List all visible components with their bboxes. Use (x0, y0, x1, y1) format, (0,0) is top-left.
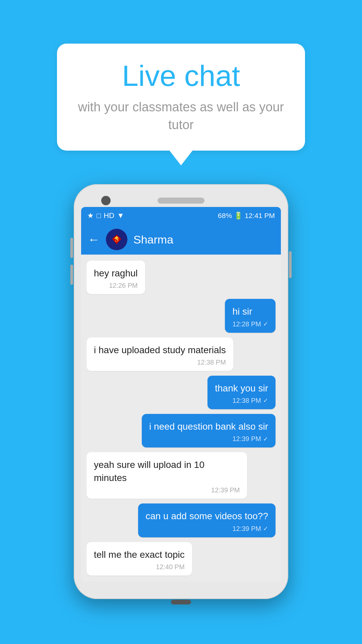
home-button[interactable] (171, 600, 191, 604)
message-text: thank you sir (215, 382, 268, 395)
message-time: 12:39 PM (94, 486, 240, 494)
speech-bubble: Live chat with your classmates as well a… (57, 44, 305, 151)
battery-icon: 🔋 (234, 212, 243, 220)
check-icon: ✓ (263, 397, 268, 404)
message-time: 12:28 PM ✓ (232, 320, 268, 328)
message-bubble: yeah sure will upload in 10 minutes 12:3… (86, 452, 247, 499)
bubble-title: Live chat (77, 60, 285, 92)
volume-down-button (70, 265, 73, 285)
svg-text:S: S (115, 235, 118, 243)
back-button[interactable]: ← (88, 232, 100, 247)
battery-percent: 68% (218, 212, 232, 220)
avatar: S (106, 229, 127, 250)
front-camera (101, 196, 111, 205)
message-bubble: thank you sir 12:38 PM ✓ (207, 376, 276, 409)
message-text: hi sir (232, 305, 268, 318)
status-bar: ★ □ HD ▼ 68% 🔋 12:41 PM (81, 207, 281, 224)
chat-header: ← S Sharma (81, 224, 281, 255)
message-time: 12:40 PM (94, 563, 185, 571)
status-bar-left: ★ □ HD ▼ (87, 211, 124, 220)
message-text: hey raghul (94, 267, 138, 280)
message-bubble: hey raghul 12:26 PM (86, 261, 145, 294)
status-bar-right: 68% 🔋 12:41 PM (218, 212, 275, 220)
check-icon: ✓ (263, 320, 268, 328)
phone-top-bar (81, 192, 281, 207)
message-text: tell me the exact topic (94, 548, 185, 561)
check-icon: ✓ (263, 525, 268, 532)
bubble-subtitle: with your classmates as well as your tut… (77, 98, 285, 134)
message-bubble: i need question bank also sir 12:39 PM ✓ (142, 414, 276, 447)
message-time: 12:39 PM ✓ (145, 525, 268, 533)
check-icon: ✓ (263, 435, 268, 443)
message-text: can u add some videos too?? (145, 509, 268, 523)
bluetooth-icon: ★ (87, 211, 94, 220)
speaker-grille (158, 198, 204, 204)
volume-up-button (70, 238, 73, 258)
phone-screen: ★ □ HD ▼ 68% 🔋 12:41 PM ← (81, 207, 281, 582)
phone-outer-frame: ★ □ HD ▼ 68% 🔋 12:41 PM ← (74, 184, 288, 599)
message-text: yeah sure will upload in 10 minutes (94, 458, 240, 484)
message-text: i have uploaded study materials (94, 343, 226, 357)
message-bubble: can u add some videos too?? 12:39 PM ✓ (138, 503, 276, 537)
contact-name: Sharma (133, 233, 173, 246)
message-text: i need question bank also sir (149, 420, 268, 433)
clock: 12:41 PM (245, 212, 275, 220)
message-bubble: tell me the exact topic 12:40 PM (86, 542, 192, 576)
wifi-icon: ▼ (117, 211, 124, 220)
superman-icon: S (109, 232, 124, 247)
chat-area: hey raghul 12:26 PM hi sir 12:28 PM ✓ i … (81, 255, 281, 582)
message-bubble: i have uploaded study materials 12:38 PM (86, 337, 233, 371)
power-button (289, 251, 292, 278)
phone-mockup: ★ □ HD ▼ 68% 🔋 12:41 PM ← (74, 184, 288, 599)
message-time: 12:38 PM (94, 359, 226, 366)
signal-icon: □ (97, 211, 101, 220)
message-time: 12:39 PM ✓ (149, 435, 268, 443)
message-time: 12:38 PM ✓ (215, 397, 268, 405)
message-bubble: hi sir 12:28 PM ✓ (225, 299, 276, 332)
hd-icon: HD (104, 211, 114, 220)
message-time: 12:26 PM (94, 282, 138, 289)
